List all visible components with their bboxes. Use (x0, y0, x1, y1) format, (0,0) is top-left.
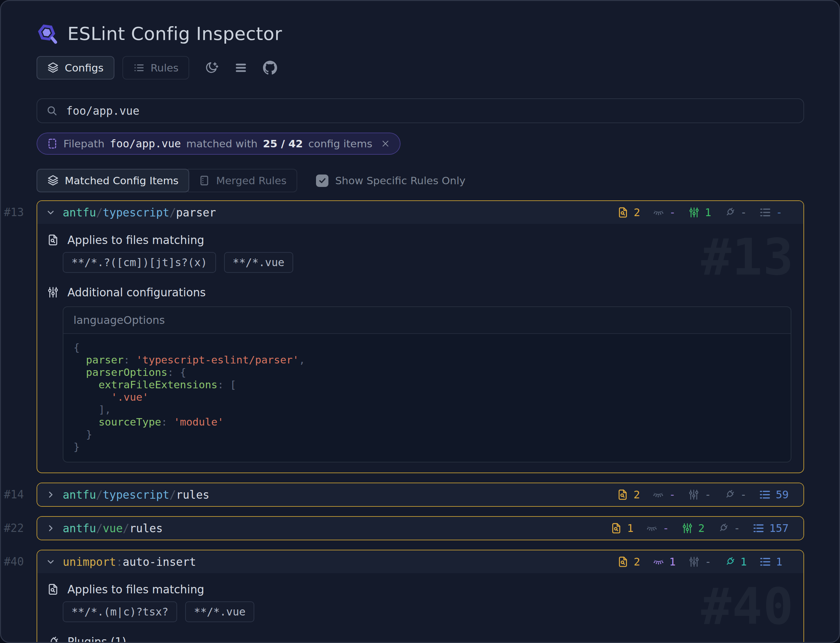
config-name: antfu/vue/rules (63, 522, 163, 535)
badge: - (759, 206, 789, 219)
config-row-40: #40 unimport:auto-insert 21-11 #40 Appli… (37, 550, 804, 643)
config-name-part: / (96, 206, 103, 219)
badge-value: - (741, 206, 747, 219)
list-icon (133, 62, 145, 73)
sliders-icon (47, 286, 59, 299)
plug-icon (724, 556, 736, 568)
toggle-matched-label: Matched Config Items (65, 175, 179, 187)
badge-value: 2 (633, 488, 640, 501)
config-card: antfu/typescript/rules 2---59 (37, 483, 804, 507)
config-card-header[interactable]: antfu/typescript/rules 2---59 (37, 483, 803, 506)
badge: - (653, 206, 688, 219)
code-line: ], (73, 403, 781, 416)
list-icon (759, 489, 771, 501)
additional-configurations-label: Additional configurations (47, 285, 791, 300)
badge-value: 2 (634, 555, 640, 568)
app-header: ESLint Config Inspector (37, 23, 804, 45)
badge-value: 157 (769, 522, 789, 535)
sliders-icon (688, 556, 700, 568)
config-card: unimport:auto-insert 21-11 #40 Applies t… (37, 550, 804, 643)
list-icon (759, 556, 771, 568)
config-name-part: / (96, 522, 103, 535)
file-dashed-icon (47, 138, 58, 149)
config-card-header[interactable]: antfu/typescript/parser 2-1-- (37, 201, 803, 224)
config-card-header[interactable]: unimport:auto-insert 21-11 (37, 550, 803, 573)
nav-bar: Configs Rules (37, 56, 804, 80)
filepath-filter-chip[interactable]: Filepath foo/app.vue matched with 25 / 4… (37, 132, 400, 155)
config-name-part: / (123, 522, 130, 535)
badge: - (723, 488, 759, 501)
moon-stars-icon[interactable] (205, 61, 219, 75)
merged-rules-icon (199, 175, 210, 186)
badge: 1 (759, 555, 789, 568)
sliders-icon (681, 522, 693, 534)
code-line: } (73, 441, 781, 453)
chip-filepath: foo/app.vue (110, 137, 181, 150)
config-name-part: unimport (63, 555, 116, 568)
show-specific-rules-checkbox[interactable]: Show Specific Rules Only (316, 175, 466, 187)
config-name: antfu/typescript/parser (63, 206, 216, 219)
badge: - (652, 488, 688, 501)
plug-icon (724, 206, 736, 219)
badge: - (688, 488, 723, 501)
config-name-part: antfu (63, 522, 96, 535)
config-name-part: parser (176, 206, 216, 219)
eye-closed-icon (653, 556, 664, 568)
badge: 1 (724, 555, 759, 568)
layers-icon (47, 62, 59, 73)
badge-value: - (669, 488, 675, 501)
config-name-part: antfu (63, 488, 96, 501)
config-badges: 2-1-- (617, 206, 789, 219)
config-row-22: #22 antfu/vue/rules 1-2-157 (37, 516, 804, 540)
config-index: #13 (4, 206, 24, 219)
tab-configs[interactable]: Configs (37, 56, 114, 80)
plug-icon (723, 489, 735, 501)
eslint-config-inspector-app: ESLint Config Inspector Configs Rules (0, 0, 840, 643)
config-card: antfu/typescript/parser 2-1-- #13 Applie… (37, 200, 804, 473)
menu-icon[interactable] (234, 61, 247, 75)
config-index: #22 (4, 522, 24, 535)
config-index: #14 (4, 488, 24, 501)
badge: 2 (617, 488, 652, 501)
sliders-icon (688, 489, 700, 501)
config-name-part: / (169, 488, 176, 501)
badge: - (717, 522, 752, 535)
toggle-merged-rules[interactable]: Merged Rules (188, 169, 297, 192)
badge: 157 (752, 522, 789, 535)
config-name-part: auto-insert (123, 555, 196, 568)
search-icon (46, 105, 58, 117)
code-line: parser: 'typescript-eslint/parser', (73, 354, 781, 366)
eye-closed-icon (652, 489, 664, 501)
search-bar (37, 98, 804, 123)
config-index: #40 (4, 555, 24, 568)
checkbox-box (316, 175, 329, 187)
badge-value: - (734, 522, 740, 535)
eye-closed-icon (653, 206, 664, 219)
search-input[interactable] (65, 104, 795, 118)
toggle-matched-config-items[interactable]: Matched Config Items (37, 169, 189, 192)
config-name-part: : (116, 555, 123, 568)
file-search-icon (617, 489, 628, 501)
config-name-part: vue (103, 522, 123, 535)
badge-value: 1 (627, 522, 633, 535)
eye-closed-icon (646, 522, 658, 534)
list-icon (752, 522, 765, 534)
files-matching-label: Applies to files matching (47, 233, 791, 247)
sliders-icon (688, 206, 700, 219)
config-name-part: antfu (63, 206, 96, 219)
config-name-part: / (96, 488, 103, 501)
config-name: unimport:auto-insert (63, 555, 196, 568)
toggle-merged-label: Merged Rules (216, 175, 287, 187)
chip-middle: matched with (186, 137, 257, 150)
config-card-header[interactable]: antfu/vue/rules 1-2-157 (37, 517, 803, 540)
file-search-icon (610, 522, 622, 534)
tab-rules[interactable]: Rules (122, 56, 190, 80)
badge: 2 (617, 206, 653, 219)
plugins-label: Plugins (1) (47, 634, 791, 643)
close-icon[interactable] (381, 139, 391, 149)
code-line: } (73, 428, 781, 441)
badge-value: 1 (741, 555, 747, 568)
badge-value: 2 (634, 206, 640, 219)
badge-value: - (705, 488, 711, 501)
github-icon[interactable] (263, 61, 277, 75)
